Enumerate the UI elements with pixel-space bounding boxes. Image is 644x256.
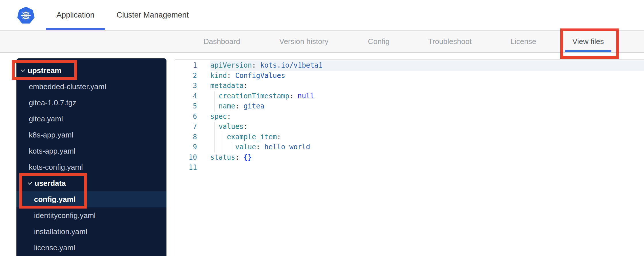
chevron-down-icon bbox=[21, 67, 25, 72]
file-content-editor[interactable]: 1apiVersion: kots.io/v1beta12kind: Confi… bbox=[174, 59, 644, 256]
tree-item-label: license.yaml bbox=[34, 243, 75, 252]
token-key: spec bbox=[210, 112, 227, 121]
tree-item-label: embedded-cluster.yaml bbox=[29, 82, 106, 91]
token-pun: : bbox=[235, 102, 244, 110]
app-subnav: DashboardVersion historyConfigTroublesho… bbox=[0, 30, 644, 53]
header-tab-cluster-management[interactable]: Cluster Management bbox=[117, 0, 189, 30]
header: ApplicationCluster Management bbox=[0, 0, 644, 30]
indent-guide bbox=[214, 122, 215, 132]
file-tree: upstreamembedded-cluster.yamlgitea-1.0.7… bbox=[16, 58, 166, 256]
token-key: name bbox=[210, 102, 235, 110]
tree-item-label: gitea.yaml bbox=[29, 114, 63, 123]
indent-guide bbox=[214, 101, 215, 112]
token-key: value bbox=[210, 143, 256, 151]
code-line-5[interactable]: 5 name: gitea bbox=[174, 101, 644, 112]
token-key: values bbox=[210, 123, 244, 131]
token-str: hello world bbox=[264, 143, 310, 151]
subnav-tab-version-history[interactable]: Version history bbox=[279, 30, 329, 52]
line-number: 3 bbox=[174, 81, 210, 91]
tree-file-kots-app-yaml[interactable]: kots-app.yaml bbox=[16, 143, 166, 159]
code-line-9[interactable]: 9 value: hello world bbox=[174, 142, 644, 152]
tree-item-label: identityconfig.yaml bbox=[34, 211, 96, 220]
code-line-3[interactable]: 3metadata: bbox=[174, 81, 644, 91]
token-key: example_item bbox=[210, 133, 277, 141]
code-line-7[interactable]: 7 values: bbox=[174, 122, 644, 132]
tree-folder-userdata[interactable]: userdata bbox=[16, 175, 166, 191]
token-str: ConfigValues bbox=[235, 72, 285, 80]
line-number: 8 bbox=[174, 132, 210, 142]
tree-file-k8s-app-yaml[interactable]: k8s-app.yaml bbox=[16, 127, 166, 143]
token-str: kots.io/v1beta1 bbox=[260, 61, 323, 69]
tree-item-label: config.yaml bbox=[34, 195, 75, 204]
subnav-tab-config[interactable]: Config bbox=[368, 30, 389, 52]
token-key: status bbox=[210, 153, 235, 161]
line-number: 4 bbox=[174, 91, 210, 102]
token-key: creationTimestamp bbox=[210, 92, 289, 100]
indent-guide bbox=[214, 142, 215, 152]
indent-guide bbox=[214, 132, 215, 142]
token-pun: : bbox=[277, 133, 281, 141]
tree-file-identityconfig-yaml[interactable]: identityconfig.yaml bbox=[16, 207, 166, 223]
subnav-tab-troubleshoot[interactable]: Troubleshoot bbox=[428, 30, 472, 52]
token-key: kind bbox=[210, 72, 227, 80]
line-number: 11 bbox=[174, 163, 210, 173]
token-key: apiVersion bbox=[210, 61, 252, 69]
token-pun: : bbox=[289, 92, 298, 100]
token-key: metadata bbox=[210, 82, 244, 90]
token-pun: : bbox=[235, 153, 244, 161]
subnav-tab-dashboard[interactable]: Dashboard bbox=[203, 30, 240, 52]
token-pun: : bbox=[244, 82, 248, 90]
tree-item-label: kots-config.yaml bbox=[29, 163, 83, 172]
subnav-tab-view-files[interactable]: View files bbox=[572, 30, 604, 52]
token-pun: : bbox=[227, 112, 231, 121]
tree-item-label: k8s-app.yaml bbox=[29, 131, 73, 140]
token-pun: : bbox=[252, 61, 260, 69]
tree-item-label: kots-app.yaml bbox=[29, 147, 75, 156]
code-line-10[interactable]: 10status: {} bbox=[174, 152, 644, 163]
token-pun: : bbox=[227, 72, 235, 80]
tree-item-label: upstream bbox=[28, 66, 61, 75]
tree-file-license-yaml[interactable]: license.yaml bbox=[16, 240, 166, 256]
indent-guide bbox=[214, 91, 215, 102]
kubernetes-logo bbox=[17, 6, 35, 25]
kots-admin-console: ApplicationCluster Management DashboardV… bbox=[0, 0, 644, 256]
code-line-4[interactable]: 4 creationTimestamp: null bbox=[174, 91, 644, 102]
tree-file-config-yaml[interactable]: config.yaml bbox=[16, 191, 166, 207]
indent-guide bbox=[231, 142, 231, 152]
subnav-tab-license[interactable]: License bbox=[510, 30, 536, 52]
token-kw: null bbox=[298, 92, 314, 100]
header-tab-application[interactable]: Application bbox=[56, 0, 94, 30]
line-number: 1 bbox=[174, 60, 210, 71]
indent-guide bbox=[223, 142, 223, 152]
line-number: 10 bbox=[174, 152, 210, 163]
tree-file-gitea-1-0-7-tgz[interactable]: gitea-1.0.7.tgz bbox=[16, 95, 166, 111]
tree-file-kots-config-yaml[interactable]: kots-config.yaml bbox=[16, 159, 166, 175]
code-line-8[interactable]: 8 example_item: bbox=[174, 132, 644, 142]
token-str: gitea bbox=[244, 102, 264, 110]
code-line-1[interactable]: 1apiVersion: kots.io/v1beta1 bbox=[174, 60, 644, 71]
tree-folder-upstream[interactable]: upstream bbox=[16, 62, 166, 79]
code-area: 1apiVersion: kots.io/v1beta12kind: Confi… bbox=[174, 60, 644, 173]
token-pun: : bbox=[256, 143, 264, 151]
line-number: 2 bbox=[174, 71, 210, 81]
tree-item-label: gitea-1.0.7.tgz bbox=[29, 98, 76, 107]
tree-item-label: userdata bbox=[35, 179, 66, 188]
line-number: 7 bbox=[174, 122, 210, 132]
code-line-6[interactable]: 6spec: bbox=[174, 112, 644, 122]
tree-file-gitea-yaml[interactable]: gitea.yaml bbox=[16, 111, 166, 127]
indent-guide bbox=[223, 132, 223, 142]
chevron-down-icon bbox=[28, 180, 32, 185]
tree-item-label: installation.yaml bbox=[34, 227, 87, 236]
line-number: 9 bbox=[174, 142, 210, 152]
code-line-11[interactable]: 11 bbox=[174, 163, 644, 173]
line-number: 6 bbox=[174, 112, 210, 122]
token-brk: {} bbox=[244, 153, 252, 161]
tree-file-installation-yaml[interactable]: installation.yaml bbox=[16, 223, 166, 240]
tree-file-embedded-cluster-yaml[interactable]: embedded-cluster.yaml bbox=[16, 79, 166, 95]
token-pun: : bbox=[244, 123, 248, 131]
line-number: 5 bbox=[174, 101, 210, 112]
code-line-2[interactable]: 2kind: ConfigValues bbox=[174, 71, 644, 81]
